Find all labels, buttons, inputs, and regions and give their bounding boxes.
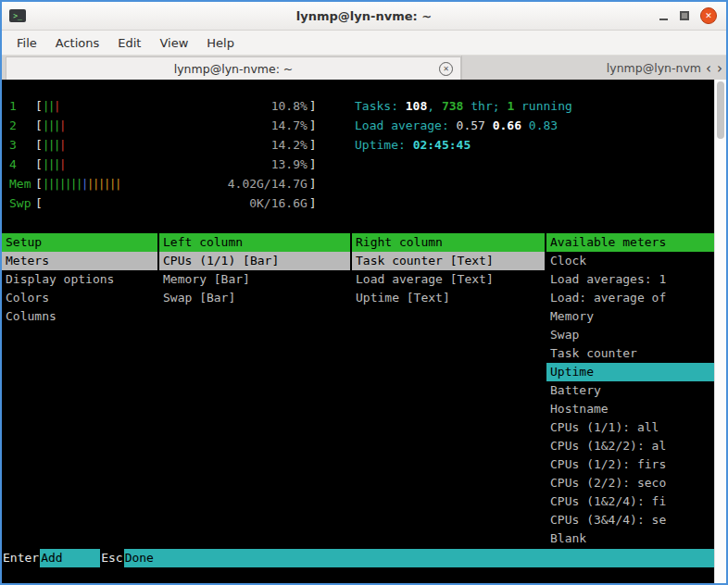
setup-header: Available meters xyxy=(546,233,714,252)
setup-item-columns[interactable]: Columns xyxy=(2,307,157,326)
setup-item-blank[interactable]: Blank xyxy=(546,529,714,548)
meter-row: Mem[||||||||||||||4.02G/14.7G] xyxy=(2,174,317,193)
function-key-enter: Enter xyxy=(2,549,40,567)
meter-row: 4[||||13.9%] xyxy=(2,155,317,174)
setup-item-load-averages-1[interactable]: Load averages: 1 xyxy=(546,270,714,289)
meter-caption: Mem xyxy=(9,177,35,191)
setup-item-colors[interactable]: Colors xyxy=(2,289,157,307)
tab-close-icon[interactable] xyxy=(439,62,453,76)
setup-item-uptime[interactable]: Uptime xyxy=(546,363,714,381)
tab-scroll-right-icon[interactable]: › xyxy=(714,60,725,77)
setup-item-hostname[interactable]: Hostname xyxy=(546,400,714,418)
meter-bracket: [ xyxy=(35,118,43,132)
window-title: lynmp@lyn-nvme: ~ xyxy=(296,9,432,23)
window-controls xyxy=(659,7,717,24)
meter-bracket: [ xyxy=(35,138,43,152)
terminal-app-icon xyxy=(9,9,26,22)
setup-item-uptime-text[interactable]: Uptime [Text] xyxy=(352,289,545,307)
close-icon[interactable] xyxy=(700,7,717,24)
meter-bracket: [ xyxy=(35,196,43,210)
info-segment: 738 xyxy=(442,99,463,113)
meter-caption: 4 xyxy=(9,157,35,171)
meter-value: 10.8% xyxy=(271,99,308,113)
setup-item-memory-bar[interactable]: Memory [Bar] xyxy=(159,270,350,289)
meter-bracket: ] xyxy=(309,118,317,132)
terminal-screen[interactable]: 1[|||10.8%]2[||||14.7%]3[||||14.2%]4[|||… xyxy=(2,80,714,583)
setup-item-cpus-1-2-4-fi[interactable]: CPUs (1&2/4): fi xyxy=(546,492,714,511)
tab-scroll-arrows: ‹ › xyxy=(703,56,725,81)
setup-item-display-options[interactable]: Display options xyxy=(2,270,157,289)
meter-value: 13.9% xyxy=(271,157,308,171)
meter-bracket: [ xyxy=(35,157,43,171)
setup-column-setup: SetupMetersDisplay optionsColorsColumns xyxy=(2,233,157,326)
meter-list: 1[|||10.8%]2[||||14.7%]3[||||14.2%]4[|||… xyxy=(2,96,317,213)
setup-header: Left column xyxy=(159,233,350,252)
setup-column-right-column: Right columnTask counter [Text]Load aver… xyxy=(352,233,545,307)
setup-item-cpus-1-2-2-al[interactable]: CPUs (1&2/2): al xyxy=(546,437,714,455)
info-segment: running xyxy=(514,99,572,113)
setup-item-load-average-of[interactable]: Load: average of xyxy=(546,289,714,307)
setup-item-memory[interactable]: Memory xyxy=(546,307,714,326)
setup-header: Setup xyxy=(2,233,157,252)
meter-caption: 1 xyxy=(9,99,35,113)
meter-row: 2[||||14.7%] xyxy=(2,116,317,135)
function-label-done[interactable]: Done xyxy=(124,549,714,567)
meter-bar: ||||13.9% xyxy=(43,155,309,174)
meter-tick: | xyxy=(115,177,120,191)
info-line: Uptime: 02:45:45 xyxy=(355,135,572,155)
meter-bracket: ] xyxy=(309,196,317,210)
meter-tick: | xyxy=(59,138,65,152)
titlebar[interactable]: lynmp@lyn-nvme: ~ xyxy=(2,2,726,31)
info-line: Load average: 0.57 0.66 0.83 xyxy=(355,116,572,135)
setup-item-swap[interactable]: Swap xyxy=(546,326,714,344)
meter-bar: 0K/16.6G xyxy=(43,193,309,213)
setup-item-clock[interactable]: Clock xyxy=(546,252,714,270)
menu-item-help[interactable]: Help xyxy=(197,33,244,53)
meter-tick: | xyxy=(59,118,65,132)
setup-item-task-counter[interactable]: Task counter xyxy=(546,344,714,363)
meter-bracket: [ xyxy=(35,99,43,113)
setup-item-battery[interactable]: Battery xyxy=(546,381,714,400)
setup-column-available-meters: Available metersClockLoad averages: 1Loa… xyxy=(546,233,714,548)
setup-item-swap-bar[interactable]: Swap [Bar] xyxy=(159,289,350,307)
info-segment: 02:45:45 xyxy=(413,138,471,152)
menu-item-actions[interactable]: Actions xyxy=(46,33,109,53)
terminal-window: lynmp@lyn-nvme: ~ FileActionsEditViewHel… xyxy=(0,0,728,585)
info-lines: Tasks: 108, 738 thr; 1 runningLoad avera… xyxy=(355,96,572,155)
setup-item-cpus-1-1-all[interactable]: CPUs (1/1): all xyxy=(546,418,714,437)
meter-bracket: ] xyxy=(309,177,317,191)
setup-item-cpus-1-1-bar[interactable]: CPUs (1/1) [Bar] xyxy=(159,252,350,270)
setup-item-meters[interactable]: Meters xyxy=(2,252,157,270)
menu-item-edit[interactable]: Edit xyxy=(108,33,150,53)
meter-value: 14.7% xyxy=(271,118,308,132)
setup-item-cpus-2-2-seco[interactable]: CPUs (2/2): seco xyxy=(546,474,714,492)
meter-tick: | xyxy=(54,99,59,113)
function-bar: EnterAddEscDone xyxy=(2,549,714,567)
info-segment: 0.57 xyxy=(457,118,493,132)
tab-active[interactable]: lynmp@lyn-nvme: ~ xyxy=(6,56,461,81)
info-segment: 0.66 xyxy=(493,118,529,132)
setup-item-cpus-3-4-4-se[interactable]: CPUs (3&4/4): se xyxy=(546,511,714,529)
menu-item-file[interactable]: File xyxy=(7,33,46,53)
tab-active-label: lynmp@lyn-nvme: ~ xyxy=(174,62,294,76)
info-segment: Uptime: xyxy=(355,138,413,152)
setup-column-left-column: Left columnCPUs (1/1) [Bar]Memory [Bar]S… xyxy=(159,233,350,307)
minimize-icon[interactable] xyxy=(659,11,669,21)
setup-item-cpus-1-2-firs[interactable]: CPUs (1/2): firs xyxy=(546,455,714,474)
meter-caption: 2 xyxy=(9,118,35,132)
maximize-icon[interactable] xyxy=(680,11,689,20)
meter-bar: ||||||||||||||4.02G/14.7G xyxy=(43,174,309,193)
menu-item-view[interactable]: View xyxy=(150,33,197,53)
tab-inactive[interactable]: lynmp@lyn-nvm xyxy=(461,56,702,81)
info-segment: thr; xyxy=(463,99,507,113)
scrollbar[interactable] xyxy=(714,80,726,583)
meter-bracket: ] xyxy=(309,157,317,171)
function-label-add[interactable]: Add xyxy=(40,549,100,567)
info-segment: , xyxy=(427,99,442,113)
setup-item-task-counter-text[interactable]: Task counter [Text] xyxy=(352,252,545,270)
meter-value: 4.02G/14.7G xyxy=(228,177,308,191)
setup-item-load-average-text[interactable]: Load average [Text] xyxy=(352,270,545,289)
scrollbar-thumb[interactable] xyxy=(717,81,724,139)
meter-row: 1[|||10.8%] xyxy=(2,96,317,116)
tab-scroll-left-icon[interactable]: ‹ xyxy=(703,60,714,77)
